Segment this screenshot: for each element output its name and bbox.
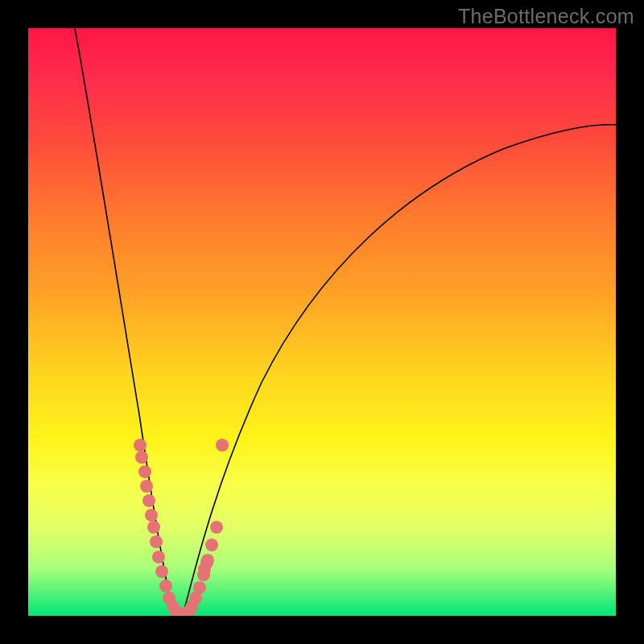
chart-svg: [28, 28, 616, 616]
scatter-dot: [147, 521, 160, 534]
scatter-dot: [152, 551, 165, 564]
watermark-text: TheBottleneck.com: [458, 5, 634, 28]
scatter-dot: [201, 554, 214, 567]
chart-stage: TheBottleneck.com: [0, 0, 644, 644]
scatter-dot: [140, 480, 153, 493]
bottleneck-curve-right: [183, 125, 616, 616]
scatter-dot: [193, 581, 206, 594]
scatter-dot: [145, 509, 158, 522]
scatter-dot: [150, 535, 163, 548]
scatter-group: [134, 439, 229, 616]
plot-area: [28, 28, 616, 616]
scatter-dot: [142, 494, 155, 507]
scatter-dot: [134, 439, 147, 452]
scatter-dot: [205, 539, 218, 551]
scatter-dot: [210, 521, 223, 534]
scatter-dot: [138, 465, 151, 478]
scatter-dot: [216, 439, 229, 452]
scatter-dot: [159, 580, 172, 592]
scatter-dot: [155, 565, 168, 578]
scatter-dot: [135, 451, 148, 464]
